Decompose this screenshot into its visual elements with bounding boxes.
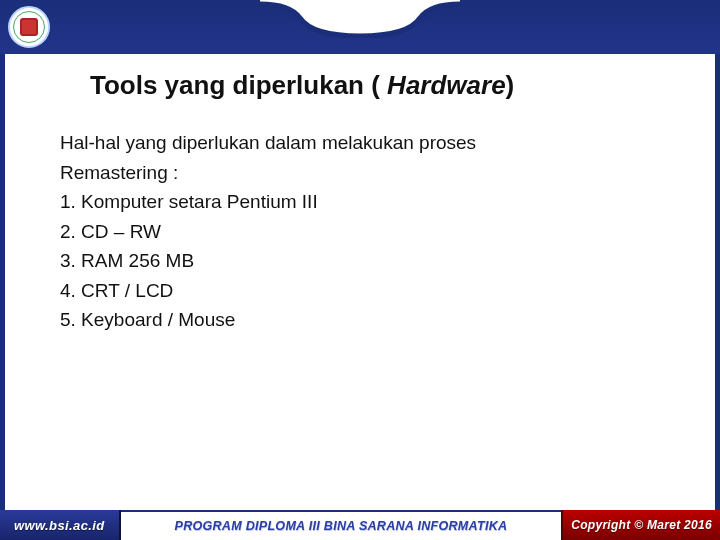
- list-item: 1. Komputer setara Pentium III: [60, 188, 660, 216]
- logo-shield-icon: [20, 18, 38, 36]
- list-item: 5. Keyboard / Mouse: [60, 306, 660, 334]
- slide-body: Hal-hal yang diperlukan dalam melakukan …: [60, 129, 660, 334]
- title-suffix: ): [506, 70, 515, 100]
- intro-line-2: Remastering :: [60, 159, 660, 187]
- title-italic-word: Hardware: [387, 70, 506, 100]
- institution-logo: [8, 6, 50, 48]
- slide-content: Tools yang diperlukan ( Hardware) Hal-ha…: [60, 70, 660, 336]
- list-item: 4. CRT / LCD: [60, 277, 660, 305]
- top-notch-decoration: [260, 0, 460, 38]
- slide-title: Tools yang diperlukan ( Hardware): [90, 70, 660, 101]
- top-bar: [0, 0, 720, 54]
- footer-bar: www.bsi.ac.id PROGRAM DIPLOMA III BINA S…: [0, 510, 720, 540]
- list-item: 3. RAM 256 MB: [60, 247, 660, 275]
- intro-line-1: Hal-hal yang diperlukan dalam melakukan …: [60, 129, 660, 157]
- footer-program: PROGRAM DIPLOMA III BINA SARANA INFORMAT…: [121, 510, 562, 540]
- footer-copyright: Copyright © Maret 2016: [561, 510, 720, 540]
- title-prefix: Tools yang diperlukan (: [90, 70, 387, 100]
- list-item: 2. CD – RW: [60, 218, 660, 246]
- footer-url: www.bsi.ac.id: [0, 510, 121, 540]
